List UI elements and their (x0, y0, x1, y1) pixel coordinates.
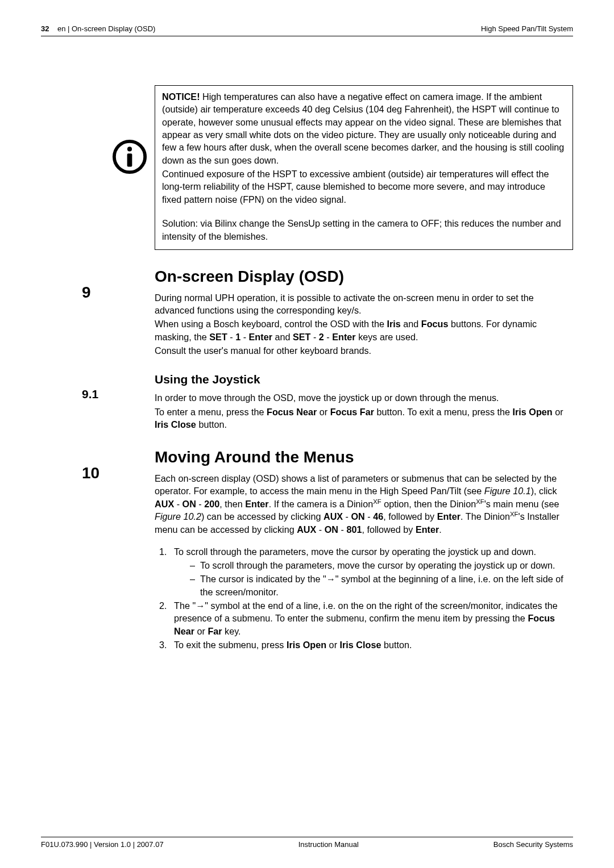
s9-p2: When using a Bosch keyboard, control the… (155, 318, 573, 343)
header-rule (41, 36, 573, 36)
page-header: 32 en | On-screen Display (OSD) High Spe… (41, 24, 573, 36)
notice-box: NOTICE! High temperatures can also have … (155, 85, 573, 250)
step-3: To exit the submenu, press Iris Open or … (169, 639, 573, 651)
section-9-body: During normal UPH operation, it is possi… (155, 291, 573, 357)
header-section: en | On-screen Display (OSD) (51, 24, 155, 33)
step-2: The "→" symbol at the end of a line, i.e… (169, 599, 573, 637)
page-footer: F01U.073.990 | Version 1.0 | 2007.07 Ins… (41, 837, 573, 850)
section-number-9-1: 9.1 (82, 386, 98, 403)
section-number-9: 9 (82, 282, 91, 304)
section-number-10: 10 (82, 462, 99, 485)
section-title-9: On-screen Display (OSD) (155, 266, 573, 288)
notice-label: NOTICE! (162, 91, 200, 102)
s9-1-p2: To enter a menu, press the Focus Near or… (155, 406, 573, 431)
page-number: 32 (41, 24, 49, 33)
svg-rect-2 (127, 153, 132, 166)
section-title-10: Moving Around the Menus (155, 446, 573, 469)
step-1-sublist: To scroll through the parameters, move t… (174, 559, 573, 598)
notice-p1: NOTICE! High temperatures can also have … (162, 90, 566, 166)
footer-right: Bosch Security Systems (493, 840, 573, 850)
notice-text: NOTICE! High temperatures can also have … (162, 90, 566, 243)
notice-p2: Solution: via Bilinx change the SensUp s… (162, 217, 566, 243)
footer-left: F01U.073.990 | Version 1.0 | 2007.07 (41, 840, 164, 850)
section-title-9-1: Using the Joystick (155, 372, 573, 388)
s9-p1: During normal UPH operation, it is possi… (155, 291, 573, 317)
steps-list: To scroll through the parameters, move t… (155, 545, 573, 652)
step-1b: The cursor is indicated by the "→" symbo… (190, 573, 573, 598)
s9-1-p1: In order to move through the OSD, move t… (155, 391, 573, 404)
section-9-1-body: In order to move through the OSD, move t… (155, 391, 573, 431)
footer-row: F01U.073.990 | Version 1.0 | 2007.07 Ins… (41, 837, 573, 850)
s9-p3: Consult the user's manual for other keyb… (155, 344, 573, 357)
header-left: 32 en | On-screen Display (OSD) (41, 24, 155, 34)
s10-p1: Each on-screen display (OSD) shows a lis… (155, 472, 573, 536)
step-1a: To scroll through the parameters, move t… (190, 559, 573, 571)
notice-p1b: Continued exposure of the HSPT to excess… (162, 168, 566, 206)
step-1: To scroll through the parameters, move t… (169, 545, 573, 598)
svg-point-1 (127, 147, 132, 151)
section-10-body: Each on-screen display (OSD) shows a lis… (155, 472, 573, 536)
info-icon (112, 139, 147, 174)
header-right: High Speed Pan/Tilt System (481, 24, 573, 34)
footer-center: Instruction Manual (298, 840, 359, 850)
